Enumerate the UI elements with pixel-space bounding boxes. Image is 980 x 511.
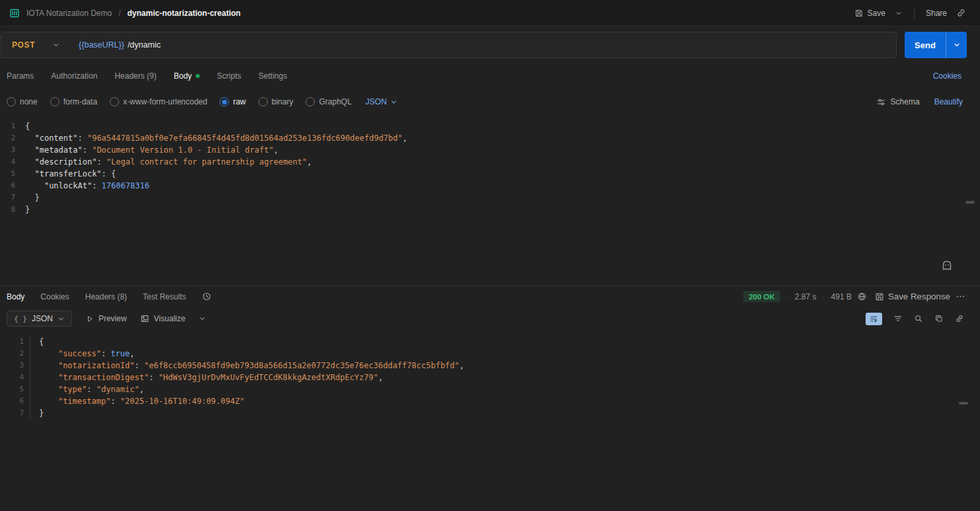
postman-app: IOTA Notarization Demo / dynamic-notariz… [0,0,980,511]
body-mode-binary[interactable]: binary [259,97,294,106]
more-options-icon[interactable] [956,292,965,301]
divider [914,7,915,19]
url-input[interactable]: {{baseURL}} /dynamic [71,40,896,50]
save-button[interactable]: Save [850,5,890,22]
code-line: 4 "transactionDigest": "HdWsV3gjUrDvMxUv… [0,372,958,383]
code-line: 3 "metadata": "Document Version 1.0 - In… [0,144,963,156]
language-label: JSON [366,97,387,106]
save-options-button[interactable] [890,5,907,21]
braces-icon: { } [14,315,27,323]
share-button[interactable]: Share [921,5,952,22]
body-mode-graphql[interactable]: GraphQL [306,97,351,106]
line-number: 8 [0,204,25,216]
tab-authorization[interactable]: Authorization [51,71,97,81]
response-format-selector[interactable]: { } JSON [7,311,72,327]
save-label: Save [868,9,885,18]
code-line: 7} [0,407,958,419]
body-mode-urlencoded[interactable]: x-www-form-urlencoded [110,97,207,106]
radio-label: x-www-form-urlencoded [123,97,207,106]
radio-icon [259,97,268,106]
line-number: 4 [0,156,25,168]
link-icon[interactable] [955,314,964,323]
request-scrollbar-thumb[interactable] [965,201,975,204]
save-response-button[interactable]: Save Response [875,292,950,301]
tab-settings[interactable]: Settings [259,71,287,81]
filter-icon[interactable] [893,314,903,323]
schema-label: Schema [891,97,920,106]
response-tab-body[interactable]: Body [7,292,24,301]
play-icon [85,315,94,323]
radio-label: binary [272,97,294,106]
body-content-dot [196,74,200,78]
preview-button[interactable]: Preview [85,314,127,323]
save-response-icon [875,292,884,301]
response-size: 491 B [822,292,852,301]
response-scrollbar-thumb[interactable] [959,402,968,405]
beautify-button[interactable]: Beautify [934,97,963,106]
response-tab-test-results[interactable]: Test Results [143,292,186,301]
top-bar: IOTA Notarization Demo / dynamic-notariz… [0,0,980,26]
url-variable: {{baseURL}} [79,40,124,50]
tab-body[interactable]: Body [174,71,200,81]
chevron-down-icon [58,315,65,323]
response-tab-cookies[interactable]: Cookies [40,292,69,301]
url-box: POST {{baseURL}} /dynamic [1,32,897,58]
wrap-text-toggle[interactable] [866,313,882,325]
chevron-down-icon [895,9,903,17]
radio-icon [50,97,60,106]
search-icon[interactable] [914,314,923,323]
tab-headers[interactable]: Headers (9) [114,71,156,81]
body-mode-none[interactable]: none [7,97,38,106]
code-line: 1{ [0,336,958,348]
code-line: 6 "timestamp": "2025-10-16T10:49:09.094Z… [0,395,958,407]
send-options-button[interactable] [946,32,967,58]
line-number: 4 [0,372,30,383]
share-label: Share [926,9,947,18]
workspace-breadcrumb[interactable]: IOTA Notarization Demo [26,9,112,18]
language-selector[interactable]: JSON [366,97,397,106]
response-toolbar: { } JSON Preview Visualize [0,307,980,331]
response-history-icon[interactable] [202,292,212,301]
radio-label: none [20,97,38,106]
postbot-icon[interactable] [940,259,954,272]
body-mode-raw[interactable]: raw [220,97,245,106]
link-icon [956,8,966,18]
tab-scripts[interactable]: Scripts [217,71,241,81]
tab-body-label: Body [174,71,192,81]
response-body-viewer: 1{2 "success": true,3 "notarizationId": … [0,331,958,511]
copy-link-button[interactable] [952,4,971,22]
save-response-label: Save Response [888,292,950,301]
copy-icon[interactable] [934,314,944,323]
line-number: 5 [0,168,25,180]
body-mode-row: none form-data x-www-form-urlencoded raw… [0,89,980,115]
request-name[interactable]: dynamic-notarization-creation [128,9,241,18]
network-info-button[interactable] [857,292,867,301]
response-time: 2.87 s [786,292,817,301]
body-mode-form-data[interactable]: form-data [50,97,97,106]
method-selector[interactable]: POST [1,40,71,50]
code-line: 3 "notarizationId": "e6f8ccb6950458fd9eb… [0,360,958,372]
preview-label: Preview [99,314,127,323]
radio-label: raw [233,97,245,106]
request-body-editor[interactable]: 1{2 "content": "96a5447815a0bf0e7efa6684… [0,115,963,286]
code-line: 4 "description": "Legal contract for par… [0,156,963,168]
response-tab-headers[interactable]: Headers (8) [85,292,127,301]
tab-params[interactable]: Params [7,71,34,81]
url-path: /dynamic [128,40,161,50]
cookies-link[interactable]: Cookies [933,71,973,81]
line-number: 7 [0,192,25,204]
visualize-label: Visualize [154,314,186,323]
radio-label: form-data [63,97,97,106]
send-button[interactable]: Send [905,32,946,58]
line-number: 2 [0,132,25,144]
line-number: 6 [0,395,30,407]
radio-icon [306,97,315,106]
visualize-button[interactable]: Visualize [140,314,186,323]
code-line: 1{ [0,120,963,132]
line-number: 3 [0,144,25,156]
send-button-group: Send [905,32,967,58]
code-line: 8} [0,204,963,216]
request-url-row: POST {{baseURL}} /dynamic Send [0,26,980,63]
visualize-options-chevron-icon[interactable] [198,315,206,323]
schema-button[interactable]: Schema [876,97,920,107]
